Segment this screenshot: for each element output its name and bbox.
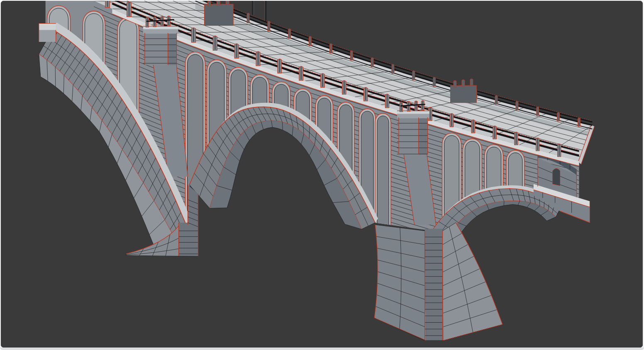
window-frame bbox=[0, 0, 644, 350]
viewport-3d[interactable] bbox=[1, 1, 643, 348]
scene-svg bbox=[1, 1, 643, 348]
far-refuge-turret-2[interactable] bbox=[450, 79, 476, 103]
springer-block bbox=[39, 23, 56, 42]
far-refuge-turret-1[interactable] bbox=[204, 1, 233, 25]
